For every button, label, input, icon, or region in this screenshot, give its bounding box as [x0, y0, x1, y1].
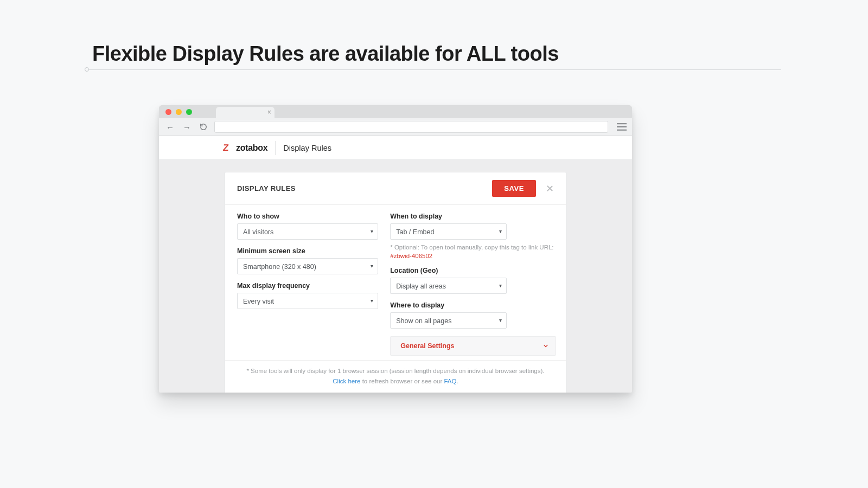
app-body: DISPLAY RULES SAVE ✕ Who to show All vis… [159, 160, 632, 393]
panel-title: DISPLAY RULES [237, 184, 492, 192]
headline-bullet-icon [85, 67, 89, 72]
brand-mark-icon: Z [222, 143, 233, 153]
where-to-display-value: Show on all pages [396, 317, 451, 325]
min-screen-size-value: Smartphone (320 x 480) [243, 263, 316, 271]
svg-rect-0 [617, 123, 627, 124]
nav-forward-icon[interactable]: → [181, 122, 193, 132]
brand-name: zotabox [236, 143, 267, 153]
caret-down-icon: ▾ [371, 224, 373, 239]
browser-toolbar: ← → [159, 118, 632, 136]
nav-back-icon[interactable]: ← [164, 122, 176, 132]
caret-down-icon: ▾ [499, 224, 502, 239]
location-geo-label: Location (Geo) [390, 267, 556, 274]
save-button[interactable]: SAVE [492, 180, 536, 197]
location-geo-select[interactable]: Display all areas ▾ [390, 278, 507, 294]
when-to-display-select[interactable]: Tab / Embed ▾ [390, 223, 507, 240]
chevron-down-icon [542, 343, 549, 349]
right-column: When to display Tab / Embed ▾ * Optional… [390, 210, 556, 358]
when-to-display-label: When to display [390, 213, 556, 220]
when-to-display-value: Tab / Embed [396, 228, 434, 236]
min-screen-size-label: Minimum screen size [237, 247, 378, 255]
browser-menu-icon[interactable] [617, 123, 627, 131]
window-controls [165, 109, 192, 115]
click-here-link[interactable]: Click here [333, 378, 360, 384]
window-close-icon[interactable] [165, 109, 171, 115]
who-to-show-value: All visitors [243, 228, 273, 236]
manual-open-hint-text: * Optional: To open tool manually, copy … [390, 244, 553, 251]
svg-rect-2 [617, 130, 627, 131]
general-settings-accordion[interactable]: General Settings [390, 336, 556, 356]
window-maximize-icon[interactable] [186, 109, 192, 115]
tab-close-icon[interactable]: × [267, 108, 271, 116]
header-divider [275, 141, 276, 155]
panel-header: DISPLAY RULES SAVE ✕ [225, 172, 566, 205]
caret-down-icon: ▾ [499, 278, 502, 293]
caret-down-icon: ▾ [371, 259, 373, 274]
page-title: Display Rules [283, 144, 331, 152]
close-icon[interactable]: ✕ [544, 183, 556, 195]
who-to-show-select[interactable]: All visitors ▾ [237, 223, 378, 240]
page-headline: Flexible Display Rules are available for… [92, 42, 559, 66]
who-to-show-label: Who to show [237, 213, 378, 220]
min-screen-size-select[interactable]: Smartphone (320 x 480) ▾ [237, 258, 378, 274]
footer-note-mid: to refresh browser or see our [360, 378, 444, 384]
left-column: Who to show All visitors ▾ Minimum scree… [237, 210, 390, 358]
where-to-display-label: Where to display [390, 301, 556, 309]
brand-logo[interactable]: Z zotabox [223, 143, 267, 153]
manual-open-hint: * Optional: To open tool manually, copy … [390, 243, 556, 260]
caret-down-icon: ▾ [499, 313, 502, 328]
browser-window: × ← → Z zotabox Display Rules [159, 105, 632, 393]
footer-note-period: . [457, 378, 458, 384]
where-to-display-select[interactable]: Show on all pages ▾ [390, 312, 507, 329]
caret-down-icon: ▾ [371, 293, 373, 309]
max-display-frequency-select[interactable]: Every visit ▾ [237, 293, 378, 309]
browser-tab[interactable]: × [216, 107, 275, 118]
display-rules-panel: DISPLAY RULES SAVE ✕ Who to show All vis… [225, 172, 566, 393]
location-geo-value: Display all areas [396, 282, 446, 290]
max-display-frequency-value: Every visit [243, 298, 274, 305]
url-input[interactable] [214, 121, 608, 133]
footer-note-line1: * Some tools will only display for 1 bro… [236, 366, 555, 376]
browser-tabstrip: × [159, 105, 632, 118]
general-settings-title: General Settings [400, 342, 542, 350]
window-minimize-icon[interactable] [176, 109, 182, 115]
nav-refresh-icon[interactable] [198, 122, 209, 132]
svg-rect-1 [617, 126, 627, 127]
panel-footer: * Some tools will only display for 1 bro… [225, 360, 566, 393]
manual-open-tag-id: #zbwid-406502 [390, 253, 432, 259]
app-header: Z zotabox Display Rules [159, 136, 632, 160]
headline-divider [87, 69, 781, 70]
faq-link[interactable]: FAQ [444, 378, 456, 384]
max-display-frequency-label: Max display frequency [237, 282, 378, 290]
